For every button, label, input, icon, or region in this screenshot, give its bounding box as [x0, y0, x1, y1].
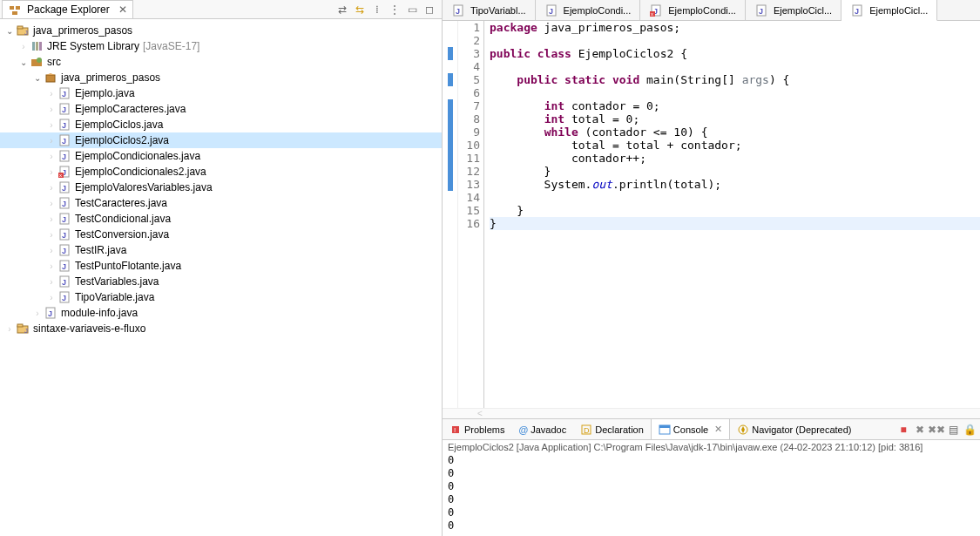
tree-file[interactable]: ›JTestIR.java: [0, 242, 442, 258]
tab-label: TipoVariabl...: [470, 5, 526, 16]
focus-icon[interactable]: ⁞: [370, 3, 384, 17]
svg-text:J: J: [62, 278, 66, 287]
tree-file[interactable]: ›JEjemploCiclos.java: [0, 117, 442, 132]
line-number: 9: [458, 126, 480, 139]
view-menu-icon[interactable]: ⋮: [388, 3, 402, 17]
code-line[interactable]: [490, 60, 980, 73]
tree-file[interactable]: ›JTipoVariable.java: [0, 289, 442, 305]
scroll-lock-icon[interactable]: 🔒: [963, 423, 977, 437]
expand-arrow-icon[interactable]: ⌄: [17, 56, 30, 68]
tree-label: JRE System Library: [45, 40, 139, 52]
svg-text:x: x: [651, 11, 653, 17]
clear-console-icon[interactable]: ▤: [946, 423, 960, 437]
remove-all-icon[interactable]: ✖✖: [929, 423, 943, 437]
ruler-mark: [448, 178, 453, 191]
editor-tab[interactable]: JxEjemploCondi...: [640, 0, 746, 20]
tree-folder[interactable]: ⌄src: [0, 54, 442, 70]
java-file-icon: J: [57, 212, 71, 226]
tree-file[interactable]: ›JTestCondicional.java: [0, 211, 442, 227]
code-line[interactable]: int total = 0;: [490, 112, 980, 126]
code-line[interactable]: package java_primeros_pasos;: [490, 21, 980, 34]
close-icon[interactable]: ✕: [714, 424, 722, 435]
bottom-tab-declaration[interactable]: DDeclaration: [573, 419, 651, 439]
java-file-icon: J: [57, 243, 71, 257]
line-number: 3: [458, 47, 480, 60]
ruler-mark: [443, 21, 457, 34]
tree-file[interactable]: ›JEjemploCiclos2.java: [0, 132, 442, 148]
btab-label: Console: [673, 424, 708, 435]
tree-file[interactable]: ›Jmodule-info.java: [0, 305, 442, 321]
java-file-icon: J: [57, 290, 71, 304]
bottom-tab-javadoc[interactable]: @Javadoc: [511, 419, 573, 439]
code-line[interactable]: while (contador <= 10) {: [490, 126, 980, 139]
code-line[interactable]: }: [490, 165, 980, 178]
bottom-tab-problems[interactable]: !Problems: [443, 419, 511, 439]
svg-rect-6: [32, 42, 35, 51]
package-explorer-tab[interactable]: Package Explorer ✕: [2, 0, 133, 18]
expand-arrow-icon: ›: [45, 213, 57, 225]
code-line[interactable]: contador++;: [490, 152, 980, 165]
code-line[interactable]: System.out.println(total);: [490, 178, 980, 191]
editor-tab[interactable]: JEjemploCicl...: [746, 0, 841, 20]
tree-file[interactable]: ›JEjemploCondicionales.java: [0, 148, 442, 164]
tree-label: EjemploCondicionales.java: [73, 150, 200, 162]
btab-label: Problems: [464, 424, 504, 435]
java-file-icon: J: [451, 3, 465, 17]
tree-file[interactable]: ›JTestConversion.java: [0, 227, 442, 242]
editor-tab[interactable]: JEjemploCicl...: [841, 0, 937, 21]
code-line[interactable]: [490, 86, 980, 99]
remove-launch-icon[interactable]: ✖: [913, 423, 927, 437]
ruler-mark: [443, 60, 457, 73]
minimize-icon[interactable]: ▭: [405, 3, 419, 17]
code-line[interactable]: }: [490, 217, 980, 230]
horizontal-scrollbar[interactable]: <: [443, 408, 980, 418]
tree-file[interactable]: ›JEjemploCaracteres.java: [0, 101, 442, 117]
terminate-icon[interactable]: ■: [896, 423, 910, 437]
java-file-icon: J: [544, 3, 558, 17]
code-line[interactable]: int contador = 0;: [490, 99, 980, 112]
project-tree[interactable]: ⌄Jjava_primeros_pasos›JRE System Library…: [0, 19, 442, 536]
expand-arrow-icon: ›: [45, 166, 57, 178]
line-number: 8: [458, 112, 480, 126]
collapse-all-icon[interactable]: ⇄: [335, 3, 349, 17]
expand-arrow-icon[interactable]: ⌄: [31, 71, 44, 84]
package-icon: [44, 71, 57, 85]
svg-rect-8: [39, 42, 42, 51]
expand-arrow-icon[interactable]: ⌄: [3, 24, 16, 37]
code-line[interactable]: [490, 191, 980, 204]
code-area[interactable]: package java_primeros_pasos; public clas…: [484, 21, 980, 408]
btab-label: Javadoc: [531, 424, 566, 435]
code-editor[interactable]: 12345678910111213141516 package java_pri…: [443, 21, 980, 408]
code-line[interactable]: public static void main(String[] args) {: [490, 73, 980, 86]
expand-arrow-icon: ›: [45, 181, 57, 193]
tree-file[interactable]: ›JEjemploValoresVariables.java: [0, 180, 442, 195]
tree-file[interactable]: ›JTestCaracteres.java: [0, 195, 442, 211]
code-line[interactable]: total = total + contador;: [490, 139, 980, 152]
tree-file[interactable]: ›JEjemplo.java: [0, 85, 442, 101]
tree-file[interactable]: ›JTestVariables.java: [0, 274, 442, 289]
maximize-icon[interactable]: ◻: [422, 3, 436, 17]
svg-rect-2: [12, 11, 17, 15]
tree-file[interactable]: ›JTestPuntoFlotante.java: [0, 258, 442, 274]
btab-label: Declaration: [595, 424, 644, 435]
svg-text:J: J: [855, 7, 859, 16]
bottom-tab-console[interactable]: Console✕: [651, 419, 730, 439]
editor-tab[interactable]: JTipoVariabl...: [443, 0, 536, 20]
tree-folder[interactable]: ⌄java_primeros_pasos: [0, 70, 442, 85]
java-file-icon: J: [57, 227, 71, 241]
ruler-mark: [448, 112, 453, 126]
code-line[interactable]: [490, 34, 980, 47]
code-line[interactable]: }: [490, 204, 980, 217]
tree-folder[interactable]: ⌄Jjava_primeros_pasos: [0, 23, 442, 38]
console-output[interactable]: 0 0 0 0 0 0: [443, 454, 980, 536]
tree-label: TestConversion.java: [73, 228, 169, 241]
tree-folder[interactable]: ›Jsintaxe-variaveis-e-fluxo: [0, 321, 442, 336]
bottom-tab-navigator[interactable]: Navigator (Deprecated): [730, 419, 858, 439]
tree-folder[interactable]: ›JRE System Library[JavaSE-17]: [0, 38, 442, 54]
tree-file[interactable]: ›JxEjemploCondicionales2.java: [0, 164, 442, 180]
close-icon[interactable]: ✕: [118, 3, 127, 16]
svg-text:J: J: [62, 137, 66, 146]
editor-tab[interactable]: JEjemploCondi...: [536, 0, 641, 20]
link-editor-icon[interactable]: ⇆: [353, 3, 367, 17]
code-line[interactable]: public class EjemploCiclos2 {: [490, 47, 980, 60]
